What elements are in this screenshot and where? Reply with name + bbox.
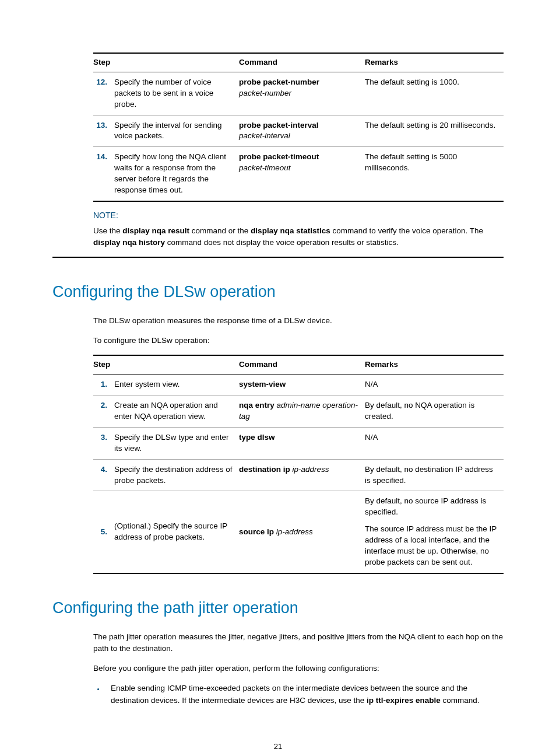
col-header-step: Step bbox=[93, 355, 239, 374]
step-number: 3. bbox=[93, 427, 114, 459]
step-number: 1. bbox=[93, 374, 114, 396]
step-number: 13. bbox=[93, 115, 114, 147]
table-row: 14. Specify how long the NQA client wait… bbox=[93, 147, 504, 201]
paragraph: The DLSw operation measures the response… bbox=[93, 315, 504, 327]
step-remarks: N/A bbox=[365, 427, 504, 459]
step-desc: Create an NQA operation and enter NQA op… bbox=[114, 396, 239, 428]
cmd-arg: packet-interval bbox=[239, 131, 290, 140]
table-row: 3. Specify the DLSw type and enter its v… bbox=[93, 427, 504, 459]
voice-config-table: Step Command Remarks 12. Specify the num… bbox=[93, 52, 504, 202]
step-desc: (Optional.) Specify the source IP addres… bbox=[114, 491, 239, 573]
cmd-arg: ip-address bbox=[290, 465, 329, 474]
col-header-step: Step bbox=[93, 53, 239, 72]
paragraph: The path jitter operation measures the j… bbox=[93, 631, 504, 655]
step-command: probe packet-timeout packet-timeout bbox=[239, 147, 365, 201]
cmd-arg: packet-timeout bbox=[239, 163, 291, 172]
step-desc: Enter system view. bbox=[114, 374, 239, 396]
step-remarks: By default, no source IP address is spec… bbox=[365, 491, 504, 573]
step-remarks: The default setting is 1000. bbox=[365, 72, 504, 115]
note-text: command does not display the voice opera… bbox=[165, 238, 399, 247]
cmd-keyword: system-view bbox=[239, 380, 286, 388]
table-row: 2. Create an NQA operation and enter NQA… bbox=[93, 396, 504, 428]
step-remarks: By default, no destination IP address is… bbox=[365, 459, 504, 491]
step-command: nqa entry admin-name operation-tag bbox=[239, 396, 365, 428]
cmd-arg: ip-address bbox=[274, 527, 313, 536]
step-command: probe packet-interval packet-interval bbox=[239, 115, 365, 147]
step-number: 2. bbox=[93, 396, 114, 428]
list-text: command. bbox=[441, 696, 480, 705]
step-number: 5. bbox=[93, 491, 114, 573]
step-command: system-view bbox=[239, 374, 365, 396]
remarks-p2: The source IP address must be the IP add… bbox=[365, 524, 499, 568]
page-number: 21 bbox=[52, 741, 504, 752]
step-remarks: The default setting is 5000 milliseconds… bbox=[365, 147, 504, 201]
cmd-keyword: nqa entry bbox=[239, 401, 275, 410]
table-row: 4. Specify the destination address of pr… bbox=[93, 459, 504, 491]
table-row: 13. Specify the interval for sending voi… bbox=[93, 115, 504, 147]
cmd-keyword: source ip bbox=[239, 527, 274, 536]
step-number: 12. bbox=[93, 72, 114, 115]
note-text: command or the bbox=[189, 226, 251, 235]
heading-path-jitter: Configuring the path jitter operation bbox=[52, 597, 504, 620]
cmd-keyword: probe packet-number bbox=[239, 78, 319, 86]
note-separator bbox=[52, 257, 504, 258]
step-desc: Specify the DLSw type and enter its view… bbox=[114, 427, 239, 459]
note-text: Use the bbox=[93, 226, 122, 235]
dlsw-config-table: Step Command Remarks 1. Enter system vie… bbox=[93, 355, 504, 573]
step-desc: Specify the interval for sending voice p… bbox=[114, 115, 239, 147]
list-cmd: ip ttl-expires enable bbox=[367, 696, 441, 705]
cmd-keyword: type dlsw bbox=[239, 433, 275, 442]
step-command: type dlsw bbox=[239, 427, 365, 459]
step-remarks: N/A bbox=[365, 374, 504, 396]
note-body: Use the display nqa result command or th… bbox=[93, 225, 504, 249]
step-number: 14. bbox=[93, 147, 114, 201]
remarks-p1: By default, no source IP address is spec… bbox=[365, 496, 499, 518]
step-remarks: The default setting is 20 milliseconds. bbox=[365, 115, 504, 147]
note-cmd: display nqa history bbox=[93, 238, 165, 247]
heading-dlsw: Configuring the DLSw operation bbox=[52, 281, 504, 303]
list-item: Enable sending ICMP time-exceeded packet… bbox=[105, 682, 504, 706]
step-command: destination ip ip-address bbox=[239, 459, 365, 491]
cmd-keyword: probe packet-interval bbox=[239, 121, 319, 130]
note-label: NOTE: bbox=[93, 210, 504, 222]
paragraph: To configure the DLSw operation: bbox=[93, 335, 504, 346]
cmd-keyword: destination ip bbox=[239, 465, 290, 474]
col-header-command: Command bbox=[239, 53, 365, 72]
step-remarks: By default, no NQA operation is created. bbox=[365, 396, 504, 428]
bullet-list: Enable sending ICMP time-exceeded packet… bbox=[93, 682, 504, 706]
cmd-arg: packet-number bbox=[239, 89, 291, 97]
table-row: 5. (Optional.) Specify the source IP add… bbox=[93, 491, 504, 573]
step-command: source ip ip-address bbox=[239, 491, 365, 573]
col-header-remarks: Remarks bbox=[365, 355, 504, 374]
paragraph: Before you configure the path jitter ope… bbox=[93, 663, 504, 674]
cmd-keyword: probe packet-timeout bbox=[239, 152, 319, 161]
note-text: command to verify the voice operation. T… bbox=[330, 226, 483, 235]
col-header-remarks: Remarks bbox=[365, 53, 504, 72]
step-desc: Specify the number of voice packets to b… bbox=[114, 72, 239, 115]
step-command: probe packet-number packet-number bbox=[239, 72, 365, 115]
step-number: 4. bbox=[93, 459, 114, 491]
note-cmd: display nqa statistics bbox=[251, 226, 330, 235]
table-row: 1. Enter system view. system-view N/A bbox=[93, 374, 504, 396]
table-row: 12. Specify the number of voice packets … bbox=[93, 72, 504, 115]
note-cmd: display nqa result bbox=[122, 226, 189, 235]
step-desc: Specify how long the NQA client waits fo… bbox=[114, 147, 239, 201]
step-desc: Specify the destination address of probe… bbox=[114, 459, 239, 491]
col-header-command: Command bbox=[239, 355, 365, 374]
